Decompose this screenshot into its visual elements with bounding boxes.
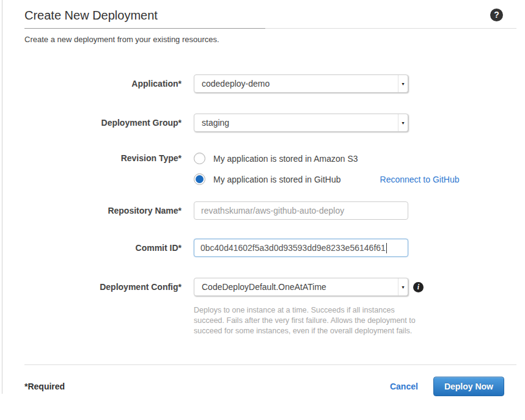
required-note: *Required (24, 382, 65, 391)
revision-option-github[interactable]: My application is stored in GitHub Recon… (194, 173, 460, 185)
commit-id-input[interactable]: 0bc40d41602f5a3d0d93593dd9e8233e56146f61 (194, 239, 408, 257)
deployment-config-select-value: CodeDeployDefault.OneAtATime (194, 282, 398, 292)
deployment-group-select-value: staging (194, 118, 398, 128)
commit-id-row: Commit ID* 0bc40d41602f5a3d0d93593dd9e82… (24, 239, 516, 257)
revision-option-github-label: My application is stored in GitHub (213, 175, 341, 184)
footer: *Required Cancel Deploy Now (24, 377, 516, 396)
deployment-config-help-text: Deploys to one instance at a time. Succe… (194, 305, 417, 336)
deployment-config-row: Deployment Config* CodeDeployDefault.One… (24, 278, 516, 296)
application-label: Application* (24, 74, 194, 93)
deployment-group-select[interactable]: staging ▼ (194, 114, 408, 132)
commit-id-value: 0bc40d41602f5a3d0d93593dd9e8233e56146f61 (200, 243, 386, 253)
deployment-group-label: Deployment Group* (24, 114, 194, 132)
deployment-group-row: Deployment Group* staging ▼ (24, 114, 516, 132)
info-icon[interactable]: i (413, 282, 424, 292)
footer-actions: Cancel Deploy Now (390, 377, 504, 396)
commit-id-label: Commit ID* (24, 239, 194, 257)
deploy-now-button[interactable]: Deploy Now (433, 377, 504, 396)
page-header: Create New Deployment ? (24, 8, 516, 23)
page-title: Create New Deployment (24, 8, 158, 23)
application-row: Application* codedeploy-demo ▼ (24, 74, 516, 93)
application-select[interactable]: codedeploy-demo ▼ (194, 74, 408, 93)
repository-name-row: Repository Name* (24, 201, 516, 220)
create-deployment-page: Create New Deployment ? Create a new dep… (0, 0, 525, 396)
footer-divider (24, 364, 516, 365)
title-divider (24, 28, 516, 29)
text-cursor (386, 243, 387, 253)
revision-type-label: Revision Type* (24, 153, 194, 164)
chevron-down-icon: ▼ (398, 278, 408, 295)
deployment-config-label: Deployment Config* (24, 278, 194, 296)
revision-type-row: Revision Type* My application is stored … (24, 153, 516, 185)
radio-button-s3[interactable] (194, 153, 205, 164)
cancel-button[interactable]: Cancel (390, 382, 418, 391)
repository-name-input[interactable] (194, 201, 408, 220)
radio-button-github[interactable] (194, 173, 205, 185)
chevron-down-icon: ▼ (398, 75, 408, 92)
chevron-down-icon: ▼ (398, 114, 408, 131)
help-icon[interactable]: ? (490, 9, 503, 21)
deployment-form: Application* codedeploy-demo ▼ Deploymen… (24, 74, 516, 336)
revision-option-s3-label: My application is stored in Amazon S3 (213, 154, 358, 164)
repository-name-label: Repository Name* (24, 201, 194, 220)
page-subtitle: Create a new deployment from your existi… (24, 35, 516, 44)
deployment-config-select[interactable]: CodeDeployDefault.OneAtATime ▼ (194, 278, 408, 296)
application-select-value: codedeploy-demo (194, 79, 398, 89)
reconnect-github-link[interactable]: Reconnect to GitHub (380, 175, 460, 184)
revision-option-s3[interactable]: My application is stored in Amazon S3 (194, 153, 460, 164)
revision-type-options: My application is stored in Amazon S3 My… (194, 153, 460, 185)
panel-left-border (2, 0, 2, 394)
